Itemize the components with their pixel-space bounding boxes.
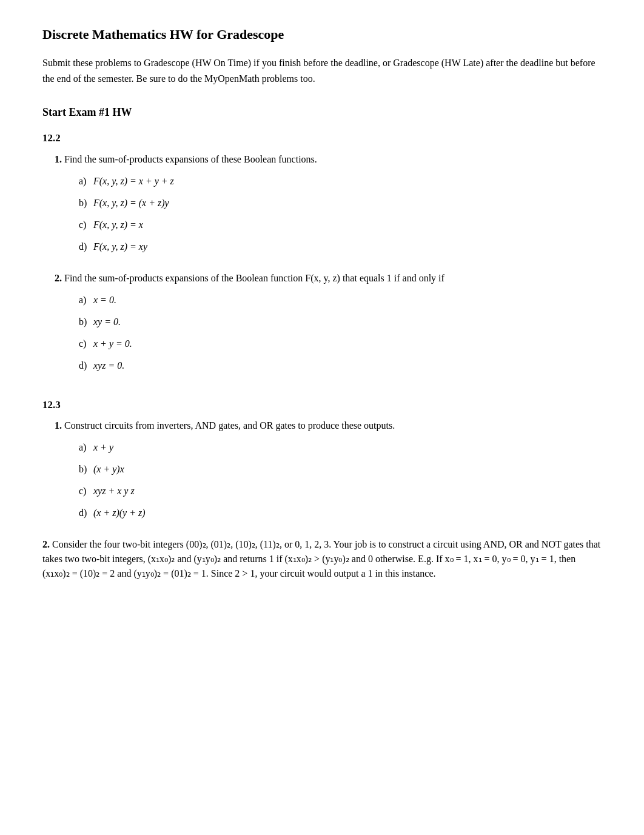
sub-label-3d: d) [79, 506, 91, 520]
sub-label-2c: c) [79, 337, 91, 351]
problem-1-label: 1. [55, 154, 62, 164]
problem-1-sub-items: a) F(x, y, z) = x + y + z b) F(x, y, z) … [79, 174, 602, 254]
sub-label-2b: b) [79, 315, 91, 329]
sub-item-1d: d) F(x, y, z) = xy [79, 240, 602, 254]
problem-4-desc: Consider the four two-bit integers (00)₂… [42, 539, 600, 578]
problem-item-2: 2. Find the sum-of-products expansions o… [42, 271, 602, 373]
problem-3-label: 1. [55, 420, 62, 431]
sub-label-3a: a) [79, 440, 91, 455]
sub-item-2c: c) x + y = 0. [79, 337, 602, 351]
exam-section-heading: Start Exam #1 HW [42, 104, 602, 121]
problem-2-label: 2. [55, 273, 62, 283]
sub-content-1a: F(x, y, z) = x + y + z [93, 176, 174, 186]
sub-content-3b: (x + y)x [93, 464, 124, 474]
sub-item-1c: c) F(x, y, z) = x [79, 218, 602, 232]
problem-1-desc: Find the sum-of-products expansions of t… [64, 154, 317, 164]
sub-content-2b: xy = 0. [93, 317, 121, 327]
sub-item-2a: a) x = 0. [79, 293, 602, 307]
problem-2-desc: Find the sum-of-products expansions of t… [64, 273, 444, 283]
sub-content-2c: x + y = 0. [93, 338, 132, 349]
section-12-2: 12.2 1. Find the sum-of-products expansi… [42, 130, 602, 373]
sub-content-1d: F(x, y, z) = xy [93, 241, 147, 252]
sub-content-3d: (x + z)(y + z) [93, 508, 146, 518]
section-12-3: 12.3 1. Construct circuits from inverter… [42, 397, 602, 582]
section-12-2-problem-2: 2. Find the sum-of-products expansions o… [42, 271, 602, 373]
sub-label-1c: c) [79, 218, 91, 232]
page-title: Discrete Mathematics HW for Gradescope [42, 24, 602, 44]
sub-item-2b: b) xy = 0. [79, 315, 602, 329]
section-12-3-problem-2: 2. Consider the four two-bit integers (0… [42, 537, 602, 581]
sub-label-3b: b) [79, 462, 91, 477]
sub-content-2d: xyz = 0. [93, 360, 124, 371]
sub-content-3a: x + y [93, 442, 113, 452]
sub-item-3a: a) x + y [79, 440, 602, 455]
problem-4-label: 2. [42, 539, 50, 549]
section-12-3-label: 12.3 [42, 397, 602, 413]
sub-item-3c: c) xyz + x y z [79, 484, 602, 498]
sub-label-2d: d) [79, 358, 91, 373]
problem-item: 1. Find the sum-of-products expansions o… [42, 152, 602, 254]
sub-label-2a: a) [79, 293, 91, 307]
sub-item-3d: d) (x + z)(y + z) [79, 506, 602, 520]
section-12-2-problem-1: 1. Find the sum-of-products expansions o… [42, 152, 602, 254]
sub-item-3b: b) (x + y)x [79, 462, 602, 477]
problem-3-sub-items: a) x + y b) (x + y)x c) xyz + x y z d) (… [79, 440, 602, 520]
problem-2-sub-items: a) x = 0. b) xy = 0. c) x + y = 0. d) xy… [79, 293, 602, 373]
intro-paragraph: Submit these problems to Gradescope (HW … [42, 55, 602, 86]
sub-content-1b: F(x, y, z) = (x + z)y [93, 198, 169, 208]
sub-content-1c: F(x, y, z) = x [93, 220, 143, 230]
sub-label-3c: c) [79, 484, 91, 498]
sub-label-1b: b) [79, 196, 91, 210]
sub-label-1d: d) [79, 240, 91, 254]
problem-item-4: 2. Consider the four two-bit integers (0… [42, 537, 602, 581]
section-12-3-problem-1: 1. Construct circuits from inverters, AN… [42, 418, 602, 520]
sub-item-2d: d) xyz = 0. [79, 358, 602, 373]
problem-item-3: 1. Construct circuits from inverters, AN… [42, 418, 602, 520]
sub-item-1a: a) F(x, y, z) = x + y + z [79, 174, 602, 189]
section-12-2-label: 12.2 [42, 130, 602, 146]
sub-item-1b: b) F(x, y, z) = (x + z)y [79, 196, 602, 210]
problem-3-desc: Construct circuits from inverters, AND g… [64, 420, 395, 431]
sub-content-2a: x = 0. [93, 295, 116, 305]
sub-content-3c: xyz + x y z [93, 486, 135, 496]
sub-label-1a: a) [79, 174, 91, 189]
